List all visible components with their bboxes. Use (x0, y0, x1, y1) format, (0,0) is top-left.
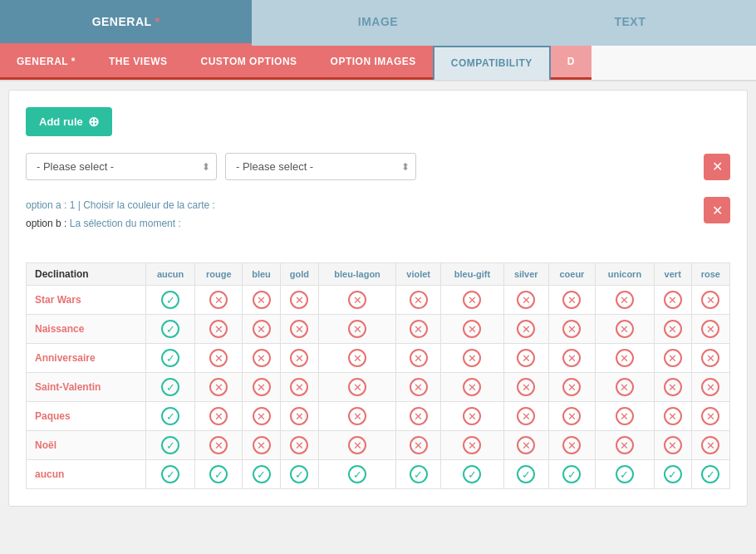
cell-4-6[interactable]: ✕ (441, 402, 503, 431)
cell-1-3[interactable]: ✕ (280, 315, 318, 344)
add-rule-button[interactable]: Add rule ⊕ (26, 107, 112, 136)
sub-tab-d[interactable]: D (551, 46, 592, 80)
cell-5-3[interactable]: ✕ (280, 431, 318, 460)
cell-5-4[interactable]: ✕ (319, 431, 396, 460)
cell-0-10[interactable]: ✕ (654, 286, 691, 315)
cell-0-0[interactable]: ✓ (145, 286, 195, 315)
sub-tab-theviews[interactable]: THE VIEWS (92, 46, 184, 80)
col-header-gold: gold (280, 263, 318, 286)
cell-2-1[interactable]: ✕ (195, 344, 243, 373)
cell-6-1[interactable]: ✓ (195, 460, 243, 489)
cell-3-3[interactable]: ✕ (280, 373, 318, 402)
cell-0-5[interactable]: ✕ (396, 286, 441, 315)
cell-1-2[interactable]: ✕ (243, 315, 280, 344)
cell-6-6[interactable]: ✓ (441, 460, 503, 489)
cell-2-7[interactable]: ✕ (503, 344, 548, 373)
cell-5-1[interactable]: ✕ (195, 431, 243, 460)
top-tab-image[interactable]: IMAGE (252, 0, 503, 46)
info-delete-button[interactable]: ✕ (704, 197, 730, 223)
cell-5-0[interactable]: ✓ (145, 431, 195, 460)
cell-6-10[interactable]: ✓ (654, 460, 691, 489)
cell-3-10[interactable]: ✕ (654, 373, 691, 402)
cell-4-3[interactable]: ✕ (280, 402, 318, 431)
cell-5-5[interactable]: ✕ (396, 431, 441, 460)
cell-0-11[interactable]: ✕ (691, 286, 730, 315)
cell-0-3[interactable]: ✕ (280, 286, 318, 315)
cell-0-9[interactable]: ✕ (595, 286, 654, 315)
cell-6-5[interactable]: ✓ (396, 460, 441, 489)
first-select[interactable]: - Please select - (26, 153, 217, 180)
cell-6-4[interactable]: ✓ (319, 460, 396, 489)
cell-0-2[interactable]: ✕ (243, 286, 280, 315)
cell-1-1[interactable]: ✕ (195, 315, 243, 344)
cell-5-9[interactable]: ✕ (595, 431, 654, 460)
cell-3-7[interactable]: ✕ (503, 373, 548, 402)
top-tab-text[interactable]: TEXT (504, 0, 756, 46)
cell-1-10[interactable]: ✕ (654, 315, 691, 344)
cell-6-0[interactable]: ✓ (145, 460, 195, 489)
cell-3-6[interactable]: ✕ (441, 373, 503, 402)
sub-tab-optionimages[interactable]: OPTION IMAGES (314, 46, 433, 80)
cell-2-8[interactable]: ✕ (548, 344, 595, 373)
cell-3-9[interactable]: ✕ (595, 373, 654, 402)
cell-6-9[interactable]: ✓ (595, 460, 654, 489)
cell-3-11[interactable]: ✕ (691, 373, 730, 402)
top-tab-general[interactable]: GENERAL * (0, 0, 252, 46)
sub-tab-customoptions[interactable]: CUSTOM OPTIONS (184, 46, 313, 80)
cell-3-0[interactable]: ✓ (145, 373, 195, 402)
cross-icon: ✕ (290, 320, 308, 338)
cell-5-7[interactable]: ✕ (503, 431, 548, 460)
cell-3-1[interactable]: ✕ (195, 373, 243, 402)
cell-4-0[interactable]: ✓ (145, 402, 195, 431)
cell-0-1[interactable]: ✕ (195, 286, 243, 315)
cell-3-4[interactable]: ✕ (319, 373, 396, 402)
cell-4-2[interactable]: ✕ (243, 402, 280, 431)
cell-1-11[interactable]: ✕ (691, 315, 730, 344)
cell-2-11[interactable]: ✕ (691, 344, 730, 373)
cell-1-0[interactable]: ✓ (145, 315, 195, 344)
cell-1-7[interactable]: ✕ (503, 315, 548, 344)
cell-6-7[interactable]: ✓ (503, 460, 548, 489)
cell-0-4[interactable]: ✕ (319, 286, 396, 315)
cell-2-9[interactable]: ✕ (595, 344, 654, 373)
cell-2-4[interactable]: ✕ (319, 344, 396, 373)
cell-6-2[interactable]: ✓ (243, 460, 280, 489)
cell-4-1[interactable]: ✕ (195, 402, 243, 431)
cell-6-3[interactable]: ✓ (280, 460, 318, 489)
cell-2-6[interactable]: ✕ (441, 344, 503, 373)
cell-4-8[interactable]: ✕ (548, 402, 595, 431)
cell-2-5[interactable]: ✕ (396, 344, 441, 373)
cell-0-6[interactable]: ✕ (441, 286, 503, 315)
cell-5-10[interactable]: ✕ (654, 431, 691, 460)
cell-0-7[interactable]: ✕ (503, 286, 548, 315)
cell-5-2[interactable]: ✕ (243, 431, 280, 460)
second-select[interactable]: - Please select - (225, 153, 416, 180)
cell-1-8[interactable]: ✕ (548, 315, 595, 344)
cell-3-8[interactable]: ✕ (548, 373, 595, 402)
cell-1-5[interactable]: ✕ (396, 315, 441, 344)
cell-4-5[interactable]: ✕ (396, 402, 441, 431)
cell-2-2[interactable]: ✕ (243, 344, 280, 373)
row-delete-button[interactable]: ✕ (704, 154, 730, 180)
cell-5-8[interactable]: ✕ (548, 431, 595, 460)
cell-2-10[interactable]: ✕ (654, 344, 691, 373)
cell-0-8[interactable]: ✕ (548, 286, 595, 315)
cell-1-9[interactable]: ✕ (595, 315, 654, 344)
cell-3-5[interactable]: ✕ (396, 373, 441, 402)
cell-1-4[interactable]: ✕ (319, 315, 396, 344)
cell-2-0[interactable]: ✓ (145, 344, 195, 373)
cell-5-6[interactable]: ✕ (441, 431, 503, 460)
cell-4-9[interactable]: ✕ (595, 402, 654, 431)
cell-4-4[interactable]: ✕ (319, 402, 396, 431)
cell-5-11[interactable]: ✕ (691, 431, 730, 460)
cell-1-6[interactable]: ✕ (441, 315, 503, 344)
sub-tab-compatibility[interactable]: COMPATIBILITY (433, 46, 551, 80)
cell-2-3[interactable]: ✕ (280, 344, 318, 373)
cell-6-8[interactable]: ✓ (548, 460, 595, 489)
cell-4-11[interactable]: ✕ (691, 402, 730, 431)
cell-4-10[interactable]: ✕ (654, 402, 691, 431)
cell-6-11[interactable]: ✓ (691, 460, 730, 489)
cell-4-7[interactable]: ✕ (503, 402, 548, 431)
cell-3-2[interactable]: ✕ (243, 373, 280, 402)
sub-tab-general[interactable]: GENERAL * (0, 46, 92, 80)
